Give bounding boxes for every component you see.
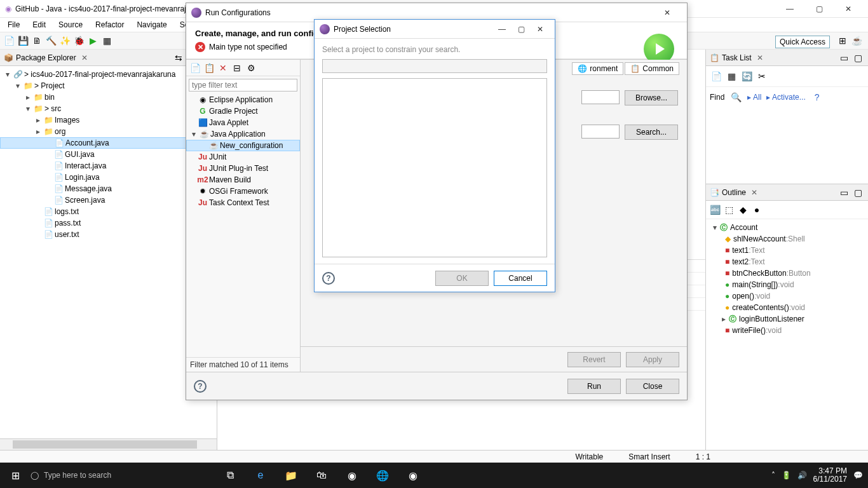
main-class-field[interactable] xyxy=(581,125,620,139)
activate-link[interactable]: Activate... xyxy=(772,93,806,102)
hide-static-icon[interactable]: ◆ xyxy=(736,203,749,216)
close-view-icon[interactable]: ✕ xyxy=(79,53,90,62)
notifications-icon[interactable]: 💬 xyxy=(853,471,863,480)
minimize-view-icon[interactable]: ▭ xyxy=(837,51,850,64)
maximize-view-icon[interactable]: ▢ xyxy=(851,186,864,199)
close-button[interactable]: ✕ xyxy=(834,0,863,18)
edge-icon[interactable]: e xyxy=(245,463,276,488)
cancel-button[interactable]: Cancel xyxy=(494,271,547,286)
tree-org[interactable]: org xyxy=(55,127,65,136)
filter-icon[interactable]: ⚙ xyxy=(245,62,257,74)
tree-project[interactable]: > Project xyxy=(34,81,65,90)
new-task-icon[interactable]: 📄 xyxy=(710,70,722,83)
package-explorer-tree[interactable]: ▾🔗> ics4uo-2017-final-project-mevanrajak… xyxy=(0,66,217,438)
ok-button[interactable]: OK xyxy=(435,271,489,286)
open-perspective-icon[interactable]: ⊞ xyxy=(836,34,849,47)
config-type[interactable]: Maven Build xyxy=(209,175,251,184)
search-icon[interactable]: 🔍 xyxy=(729,91,742,104)
maximize-view-icon[interactable]: ▢ xyxy=(851,51,864,64)
search-button[interactable]: Search... xyxy=(625,125,678,140)
wand-icon[interactable]: ✨ xyxy=(58,34,71,47)
help-icon[interactable]: ? xyxy=(811,91,824,104)
outline-member[interactable]: main(String[]) xyxy=(732,280,778,289)
menu-navigate[interactable]: Navigate xyxy=(132,19,172,30)
tree-bin[interactable]: bin xyxy=(44,93,55,102)
outline-member[interactable]: shlNewAccount xyxy=(733,234,786,243)
battery-icon[interactable]: 🔋 xyxy=(782,471,791,480)
config-type[interactable]: Eclipse Application xyxy=(209,95,273,104)
tree-file[interactable]: Account.java xyxy=(65,139,109,147)
outline-member[interactable]: open() xyxy=(732,292,754,301)
minimize-view-icon[interactable]: ▭ xyxy=(837,186,850,199)
outline-member[interactable]: loginButtonListener xyxy=(739,315,804,323)
outline-member[interactable]: text1 xyxy=(732,246,749,255)
close-icon[interactable]: ✕ xyxy=(653,4,682,22)
volume-icon[interactable]: 🔊 xyxy=(797,471,807,480)
config-type[interactable]: JUnit xyxy=(209,152,226,161)
minimize-icon[interactable]: — xyxy=(492,20,512,38)
tree-file[interactable]: logs.txt xyxy=(55,207,79,216)
new-config-icon[interactable]: 📄 xyxy=(189,62,201,74)
build-icon[interactable]: 🔨 xyxy=(44,34,57,47)
config-type[interactable]: Java Application xyxy=(210,130,266,139)
dialog-titlebar[interactable]: Project Selection — ▢ ✕ xyxy=(315,20,555,39)
taskbar-search[interactable]: ◯ Type here to search xyxy=(31,471,215,480)
maximize-button[interactable]: ▢ xyxy=(804,0,834,18)
tree-repo[interactable]: > ics4uo-2017-final-project-mevanrajakar… xyxy=(24,70,175,79)
tree-src[interactable]: > src xyxy=(44,104,61,113)
run-button[interactable]: Run xyxy=(567,379,621,394)
config-type[interactable]: JUnit Plug-in Test xyxy=(209,164,268,173)
sort-icon[interactable]: 🔤 xyxy=(709,203,721,216)
menu-source[interactable]: Source xyxy=(53,19,88,30)
apply-button[interactable]: Apply xyxy=(626,352,679,367)
tree-file[interactable]: pass.txt xyxy=(55,219,81,227)
project-list[interactable] xyxy=(322,78,547,257)
tree-file[interactable]: user.txt xyxy=(55,230,79,239)
tab-common[interactable]: 📋Common xyxy=(625,62,679,75)
outline-member[interactable]: btnCheckButton xyxy=(732,269,786,278)
sync-icon[interactable]: 🔄 xyxy=(740,70,753,83)
outline-member[interactable]: writeFile() xyxy=(732,326,766,335)
config-item[interactable]: New_configuration xyxy=(220,141,283,150)
project-filter-input[interactable] xyxy=(322,59,547,73)
project-field[interactable] xyxy=(581,90,620,104)
save-icon[interactable]: 💾 xyxy=(17,34,29,47)
quick-access[interactable]: Quick Access xyxy=(775,36,830,48)
task-view-icon[interactable]: ⧉ xyxy=(215,463,245,488)
start-button[interactable]: ⊞ xyxy=(0,463,31,488)
menu-file[interactable]: File xyxy=(3,19,25,30)
perspective-switcher[interactable]: ⊞ ☕ xyxy=(836,34,863,47)
browse-button[interactable]: Browse... xyxy=(625,90,678,105)
system-clock[interactable]: 3:47 PM 6/11/2017 xyxy=(813,467,847,484)
tray-chevron-icon[interactable]: ˄ xyxy=(771,471,775,480)
tab-environment[interactable]: 🌐ronment xyxy=(572,62,623,75)
hide-fields-icon[interactable]: ⬚ xyxy=(722,203,735,216)
close-button[interactable]: Close xyxy=(626,379,679,394)
config-type-tree[interactable]: ◉Eclipse Application GGradle Project 🟦Ja… xyxy=(186,94,300,357)
store-icon[interactable]: 🛍 xyxy=(306,463,337,488)
app-icon[interactable]: ◉ xyxy=(398,463,428,488)
outline-member[interactable]: createContents() xyxy=(732,303,789,312)
collapse-icon[interactable]: ⊟ xyxy=(231,62,243,74)
menu-refactor[interactable]: Refactor xyxy=(90,19,129,30)
menu-edit[interactable]: Edit xyxy=(27,19,51,30)
revert-button[interactable]: Revert xyxy=(567,352,621,367)
delete-icon[interactable]: ✕ xyxy=(217,62,229,74)
tree-file[interactable]: Interact.java xyxy=(65,161,106,170)
collapse-all-icon[interactable]: ⇆ xyxy=(172,51,185,64)
help-icon[interactable]: ? xyxy=(194,380,207,393)
hide-nonpublic-icon[interactable]: ● xyxy=(750,203,763,216)
close-view-icon[interactable]: ✕ xyxy=(749,188,760,197)
tree-file[interactable]: Screen.java xyxy=(65,196,105,205)
maximize-icon[interactable]: ▢ xyxy=(512,20,531,38)
outline-class[interactable]: Account xyxy=(730,223,757,232)
run-icon[interactable]: ▶ xyxy=(86,34,99,47)
horizontal-scrollbar[interactable] xyxy=(0,438,217,450)
tree-images[interactable]: Images xyxy=(55,116,79,125)
duplicate-icon[interactable]: 📋 xyxy=(203,62,215,74)
coverage-icon[interactable]: ▦ xyxy=(100,34,113,47)
config-type[interactable]: Java Applet xyxy=(209,118,248,127)
config-type[interactable]: Gradle Project xyxy=(209,107,258,116)
tree-file[interactable]: Message.java xyxy=(65,184,112,193)
explorer-icon[interactable]: 📁 xyxy=(276,463,306,488)
